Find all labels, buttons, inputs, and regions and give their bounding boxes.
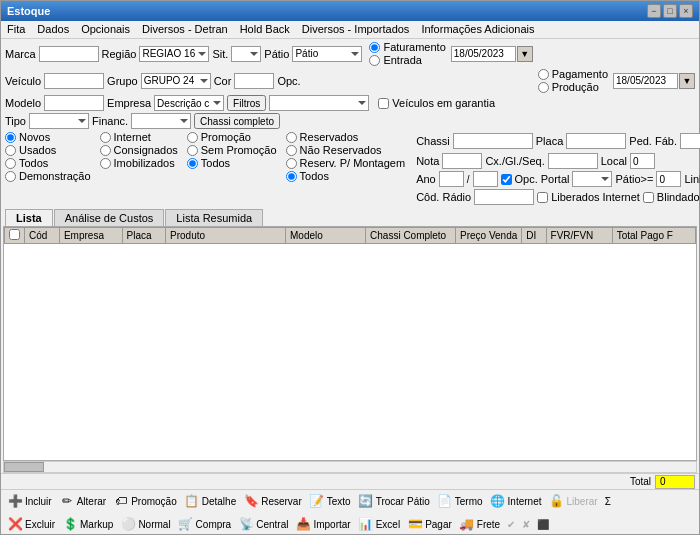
sit-select[interactable] bbox=[231, 46, 261, 62]
radio-imobilizados[interactable] bbox=[100, 158, 111, 169]
marca-input[interactable] bbox=[39, 46, 99, 62]
trocar-patio-button[interactable]: 🔄 Trocar Pátio bbox=[356, 492, 432, 510]
menu-dados[interactable]: Dados bbox=[31, 21, 75, 38]
regiao-select[interactable]: REGIAO 16 bbox=[139, 46, 209, 62]
texto-button[interactable]: 📝 Texto bbox=[307, 492, 353, 510]
horizontal-scrollbar[interactable] bbox=[3, 461, 697, 473]
radio-todos3[interactable] bbox=[286, 171, 297, 182]
radio-entrada[interactable] bbox=[369, 55, 380, 66]
minimize-button[interactable]: − bbox=[647, 4, 661, 18]
empresa-select[interactable]: Descrição c bbox=[154, 95, 224, 111]
tipo-select[interactable] bbox=[29, 113, 89, 129]
linha-label: Linha bbox=[684, 173, 700, 185]
garantia-checkbox[interactable] bbox=[378, 98, 389, 109]
cal1-button[interactable]: ▼ bbox=[517, 46, 533, 62]
liberar-button[interactable]: 🔓 Liberar bbox=[546, 492, 599, 510]
termo-icon: 📄 bbox=[437, 493, 453, 509]
radio-producao[interactable] bbox=[538, 82, 549, 93]
close-button[interactable]: × bbox=[679, 4, 693, 18]
radio-todos2[interactable] bbox=[187, 158, 198, 169]
patio2-input[interactable] bbox=[656, 171, 681, 187]
termo-button[interactable]: 📄 Termo bbox=[435, 492, 485, 510]
grupo-select[interactable]: GRUPO 24 bbox=[141, 73, 211, 89]
local-input[interactable] bbox=[630, 153, 655, 169]
internet-button[interactable]: 🌐 Internet bbox=[488, 492, 544, 510]
confirm-button[interactable]: ✔ bbox=[505, 518, 517, 531]
radio-novos[interactable] bbox=[5, 132, 16, 143]
alterar-button[interactable]: ✏ Alterar bbox=[57, 492, 108, 510]
radio-faturamento[interactable] bbox=[369, 42, 380, 53]
central-button[interactable]: 📡 Central bbox=[236, 515, 290, 533]
ano2-input[interactable] bbox=[473, 171, 498, 187]
cod-radio-input[interactable] bbox=[474, 189, 534, 205]
scrollbar-thumb[interactable] bbox=[4, 462, 44, 472]
ped-fab-input[interactable] bbox=[680, 133, 700, 149]
incluir-label: Incluir bbox=[25, 496, 52, 507]
frete-button[interactable]: 🚚 Frete bbox=[457, 515, 502, 533]
radio-usados[interactable] bbox=[5, 145, 16, 156]
excel-button[interactable]: 📊 Excel bbox=[356, 515, 402, 533]
select-all-checkbox[interactable] bbox=[9, 229, 20, 240]
maximize-button[interactable]: □ bbox=[663, 4, 677, 18]
patio-select[interactable]: Pátio bbox=[292, 46, 362, 62]
tab-lista[interactable]: Lista bbox=[5, 209, 53, 226]
promocao-button[interactable]: 🏷 Promoção bbox=[111, 492, 179, 510]
normal-button[interactable]: ⚪ Normal bbox=[118, 515, 172, 533]
radio-todos[interactable] bbox=[5, 158, 16, 169]
filtros-select[interactable] bbox=[269, 95, 369, 111]
sigma-button[interactable]: Σ bbox=[603, 495, 613, 508]
markup-icon: 💲 bbox=[62, 516, 78, 532]
pagar-button[interactable]: 💳 Pagar bbox=[405, 515, 454, 533]
cx-gi-seq-input[interactable] bbox=[548, 153, 598, 169]
financ-select[interactable] bbox=[131, 113, 191, 129]
menu-opcionais[interactable]: Opcionais bbox=[75, 21, 136, 38]
chassi-input[interactable] bbox=[453, 133, 533, 149]
radio-pagamento[interactable] bbox=[538, 69, 549, 80]
tab-analise[interactable]: Análise de Custos bbox=[54, 209, 165, 226]
cor-input[interactable] bbox=[234, 73, 274, 89]
radio-internet[interactable] bbox=[100, 132, 111, 143]
ano-input[interactable] bbox=[439, 171, 464, 187]
radio-consignados[interactable] bbox=[100, 145, 111, 156]
veiculo-input[interactable] bbox=[44, 73, 104, 89]
menu-diversos-importados[interactable]: Diversos - Importados bbox=[296, 21, 416, 38]
veiculo-label: Veículo bbox=[5, 75, 41, 87]
pagar-label: Pagar bbox=[425, 519, 452, 530]
radio-reserv-montagem[interactable] bbox=[286, 158, 297, 169]
date2-input[interactable] bbox=[613, 73, 678, 89]
nota-input[interactable] bbox=[442, 153, 482, 169]
radio-demonstracao[interactable] bbox=[5, 171, 16, 182]
detalhe-button[interactable]: 📋 Detalhe bbox=[182, 492, 238, 510]
liberados-internet-checkbox[interactable] bbox=[537, 192, 548, 203]
blindado-checkbox[interactable] bbox=[643, 192, 654, 203]
opc2-checkbox[interactable] bbox=[501, 174, 512, 185]
placa-input[interactable] bbox=[566, 133, 626, 149]
radio-nao-reservados[interactable] bbox=[286, 145, 297, 156]
menu-fita[interactable]: Fita bbox=[1, 21, 31, 38]
filtros-button[interactable]: Filtros bbox=[227, 95, 266, 111]
excluir-button[interactable]: ❌ Excluir bbox=[5, 515, 57, 533]
menu-hold-back[interactable]: Hold Back bbox=[234, 21, 296, 38]
action3-button[interactable]: ⬛ bbox=[535, 518, 551, 531]
menu-informacoes[interactable]: Informações Adicionais bbox=[415, 21, 540, 38]
modelo-input[interactable] bbox=[44, 95, 104, 111]
radio-sem-promocao[interactable] bbox=[187, 145, 198, 156]
menu-diversos-detran[interactable]: Diversos - Detran bbox=[136, 21, 234, 38]
compra-button[interactable]: 🛒 Compra bbox=[176, 515, 234, 533]
portal-select[interactable] bbox=[572, 171, 612, 187]
col-check bbox=[5, 228, 25, 244]
total-value: 0 bbox=[655, 475, 695, 489]
radio-promocao[interactable] bbox=[187, 132, 198, 143]
internet-label: Internet bbox=[114, 131, 151, 143]
tab-resumida[interactable]: Lista Resumida bbox=[165, 209, 263, 226]
col-empresa: Empresa bbox=[59, 228, 122, 244]
reject-button[interactable]: ✘ bbox=[520, 518, 532, 531]
reservar-button[interactable]: 🔖 Reservar bbox=[241, 492, 304, 510]
importar-button[interactable]: 📥 Importar bbox=[293, 515, 352, 533]
cal2-button[interactable]: ▼ bbox=[679, 73, 695, 89]
radio-reservados[interactable] bbox=[286, 132, 297, 143]
date1-input[interactable] bbox=[451, 46, 516, 62]
chassi-completo-button[interactable]: Chassi completo bbox=[194, 113, 280, 129]
incluir-button[interactable]: ➕ Incluir bbox=[5, 492, 54, 510]
markup-button[interactable]: 💲 Markup bbox=[60, 515, 115, 533]
